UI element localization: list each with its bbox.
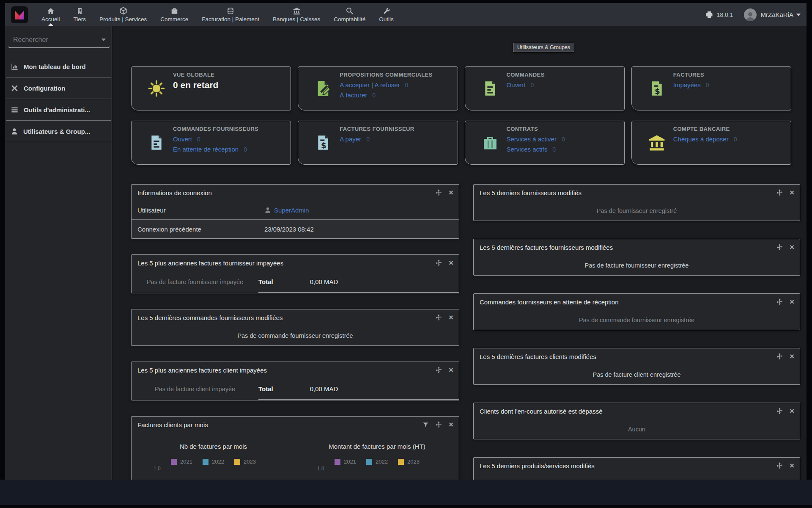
magnifier-icon (346, 7, 354, 15)
filter-icon[interactable] (422, 422, 429, 428)
nav-label: Banques | Caisses (273, 16, 320, 22)
widget-title: Les 5 dernières factures fournisseurs mo… (480, 244, 776, 251)
card-commandes: COMMANDES Ouvert0 (465, 66, 625, 110)
card-title: COMMANDES FOURNISSEURS (173, 126, 285, 132)
card-link[interactable]: Services à activer (507, 135, 557, 143)
card-count[interactable]: 0 (197, 136, 200, 143)
close-icon[interactable]: × (790, 353, 794, 360)
bottom-strip (0, 480, 812, 505)
card-link[interactable]: Chèques à déposer (673, 135, 729, 143)
chevron-down-icon[interactable] (796, 14, 801, 16)
empty-state-text: Pas de commande fournisseur enregistrée (132, 326, 459, 345)
legend-label: 2021 (344, 458, 356, 465)
sidebar-item-label: Outils d'administrati... (24, 106, 90, 113)
app-logo[interactable] (11, 6, 28, 23)
close-icon[interactable]: × (449, 314, 453, 321)
close-icon[interactable]: × (790, 244, 794, 251)
sidebar-item-admin-tools[interactable]: Outils d'administrati... (6, 99, 111, 121)
sidebar-item-configuration[interactable]: Configuration (6, 77, 111, 99)
hover-tooltip: Utilisateurs & Groupes (513, 43, 574, 52)
legend-swatch (234, 459, 240, 465)
card-link[interactable]: A payer (340, 135, 361, 143)
search-input[interactable] (12, 36, 102, 44)
widget-clients-encours-depasse: Clients dont l'en-cours autorisé est dép… (473, 403, 800, 439)
move-icon[interactable] (776, 462, 783, 469)
move-icon[interactable] (776, 189, 783, 196)
user-icon (264, 207, 271, 213)
nav-label: Commerce (160, 16, 188, 22)
chart-legend: 2021 2022 2023 (132, 458, 295, 465)
card-count[interactable]: 0 (366, 136, 370, 143)
move-icon[interactable] (776, 244, 783, 251)
card-value: 0 en retard (173, 80, 218, 90)
card-link[interactable]: Ouvert (173, 135, 192, 143)
nav-item-commerce[interactable]: Commerce (154, 3, 195, 26)
card-count[interactable]: 0 (405, 82, 409, 88)
chart-title: Nb de factures par mois (132, 443, 295, 450)
card-link[interactable]: En attente de réception (173, 146, 239, 153)
close-icon[interactable]: × (449, 421, 453, 428)
move-icon[interactable] (435, 367, 442, 374)
nav-item-facturation-paiement[interactable]: Facturation | Paiement (195, 3, 266, 26)
card-count[interactable]: 0 (562, 136, 565, 143)
card-link[interactable]: Services actifs (507, 146, 548, 153)
search-caret-icon[interactable] (102, 39, 106, 41)
card-count[interactable]: 0 (244, 146, 247, 153)
avatar[interactable] (744, 8, 757, 21)
card-vue-globale: VUE GLOBALE 0 en retard (131, 66, 291, 110)
close-icon[interactable]: × (790, 298, 794, 305)
card-link[interactable]: Impayées (673, 81, 701, 88)
widget-derniers-fournisseurs: Les 5 derniers fournisseurs modifiés × P… (473, 184, 800, 221)
card-contrats: CONTRATS Services à activer0 Services ac… (465, 121, 625, 165)
nav-item-accueil[interactable]: Accueil (35, 3, 67, 26)
close-icon[interactable]: × (790, 462, 794, 469)
close-icon[interactable]: × (449, 189, 453, 196)
move-icon[interactable] (435, 260, 442, 267)
bank-icon (293, 7, 301, 15)
nav-item-outils[interactable]: Outils (372, 3, 401, 26)
card-link[interactable]: A accepter | A refuser (340, 81, 400, 88)
sidebar-item-users-groups[interactable]: Utilisateurs & Group... (6, 121, 111, 142)
card-title: PROPOSITIONS COMMERCIALES (340, 72, 451, 78)
nav-item-tiers[interactable]: Tiers (67, 3, 93, 26)
home-icon (47, 7, 55, 15)
card-count[interactable]: 0 (531, 82, 534, 88)
move-icon[interactable] (435, 421, 442, 428)
card-commandes-fournisseurs: COMMANDES FOURNISSEURS Ouvert0 En attent… (131, 121, 291, 165)
table-row: Utilisateur SuperAdmin (132, 201, 459, 219)
widget-commandes-attente-reception: Commandes fournisseurs en attente de réc… (473, 293, 800, 330)
close-icon[interactable]: × (449, 260, 453, 266)
card-title: CONTRATS (507, 126, 618, 132)
printer-icon[interactable] (705, 11, 713, 19)
sidebar-item-label: Configuration (24, 85, 65, 92)
card-title: FACTURES (673, 72, 785, 78)
nav-item-produits-services[interactable]: Produits | Services (93, 3, 154, 26)
empty-state-text: Pas de commande fournisseur enregistrée (474, 310, 800, 330)
close-icon[interactable]: × (790, 189, 794, 196)
nav-item-banques-caisses[interactable]: Banques | Caisses (266, 3, 327, 26)
card-count[interactable]: 0 (734, 136, 737, 143)
legend-label: 2023 (244, 458, 256, 465)
nav-label: Facturation | Paiement (202, 16, 259, 22)
nav-item-comptabilite[interactable]: Comptabilité (327, 3, 372, 26)
close-icon[interactable]: × (449, 367, 453, 373)
card-link[interactable]: À facturer (340, 91, 367, 99)
card-link[interactable]: Ouvert (507, 81, 526, 88)
close-icon[interactable]: × (790, 408, 794, 414)
topnav-right: 18.0.1 MrZaKaRiA (705, 8, 801, 21)
card-count[interactable]: 0 (706, 82, 709, 88)
main-content: Utilisateurs & Groupes VUE GLOBALE 0 en … (112, 26, 807, 480)
move-icon[interactable] (776, 408, 783, 415)
user-menu[interactable]: MrZaKaRiA (760, 11, 793, 18)
card-count[interactable]: 0 (552, 146, 556, 153)
user-link[interactable]: SuperAdmin (274, 207, 309, 214)
move-icon[interactable] (776, 298, 783, 306)
chart-nb-factures: Nb de factures par mois 2021 2022 2023 1… (132, 443, 295, 472)
move-icon[interactable] (435, 314, 442, 321)
legend-label: 2023 (407, 458, 420, 465)
widget-title: Les 5 derniers produits/services modifié… (480, 462, 776, 469)
move-icon[interactable] (435, 189, 442, 196)
sidebar-item-dashboard[interactable]: Mon tableau de bord (6, 56, 111, 77)
move-icon[interactable] (776, 353, 783, 360)
card-count[interactable]: 0 (372, 92, 376, 99)
